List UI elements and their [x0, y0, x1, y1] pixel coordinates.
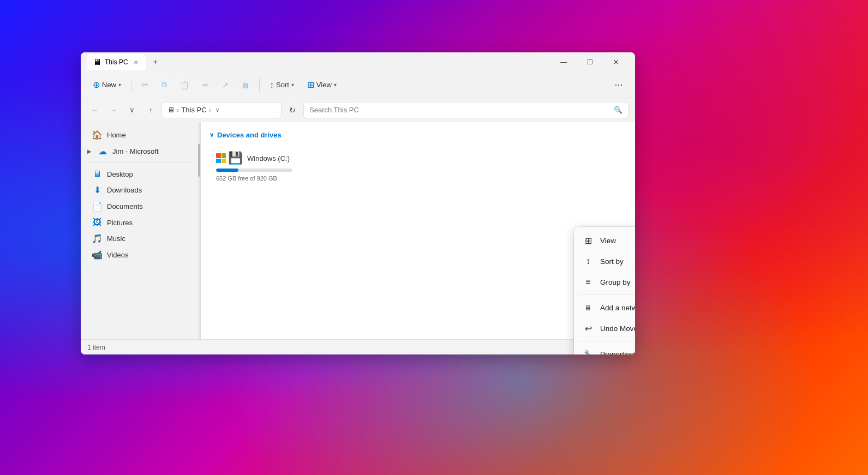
documents-icon: 📄	[92, 201, 103, 212]
rename-icon: ✏	[202, 81, 209, 89]
copy-icon: ⧉	[161, 80, 167, 89]
onedrive-expand-icon: ▶	[87, 148, 92, 154]
maximize-button[interactable]: ☐	[577, 54, 602, 70]
context-menu: ⊞ View › ↕ Sort by › ≡ Group by › 🖥 Add …	[574, 227, 635, 354]
item-count: 1 item	[87, 344, 105, 351]
address-bar: ← → ∨ ↑ 🖥 › This PC › ∨ ↻ 🔍	[81, 98, 635, 122]
more-button[interactable]: ···	[609, 75, 628, 95]
new-dropdown-icon: ▾	[118, 82, 121, 88]
ctx-undo-move[interactable]: ↩ Undo Move Ctrl+Z	[574, 318, 635, 339]
desktop-icon: 🖥	[92, 169, 103, 179]
up-icon: ↑	[149, 106, 153, 114]
path-separator-2: ›	[209, 106, 211, 114]
sidebar-item-pictures[interactable]: 🖼 Pictures 📌	[83, 215, 198, 230]
videos-label: Videos	[107, 251, 129, 259]
sidebar-scrollbar-thumb[interactable]	[198, 144, 200, 177]
drive-progress-fill	[216, 169, 238, 172]
cut-button[interactable]: ✂	[136, 75, 154, 95]
ctx-group-by[interactable]: ≡ Group by ›	[574, 272, 635, 292]
new-tab-button[interactable]: +	[148, 55, 163, 70]
windows-logo-icon	[216, 153, 226, 163]
desktop-label: Desktop	[107, 170, 133, 178]
toolbar-divider-2	[259, 79, 260, 92]
new-button[interactable]: ⊕ New ▾	[87, 75, 127, 95]
this-pc-tab-label: This PC	[105, 58, 128, 66]
drive-space-label: 652 GB free of 920 GB	[216, 175, 301, 182]
sidebar-divider	[87, 163, 194, 163]
videos-icon: 📹	[92, 250, 103, 260]
downloads-icon: ⬇	[92, 185, 103, 195]
toolbar-divider-1	[131, 79, 131, 92]
delete-button[interactable]: 🗑	[236, 75, 255, 95]
status-bar: 1 item ≡ ⊞	[81, 339, 635, 354]
forward-button[interactable]: →	[106, 103, 121, 118]
sidebar-item-home[interactable]: 🏠 Home	[83, 127, 198, 143]
search-input[interactable]	[309, 106, 610, 114]
ctx-view[interactable]: ⊞ View ›	[574, 230, 635, 251]
ctx-add-network[interactable]: 🖥 Add a network location	[574, 297, 635, 318]
home-label: Home	[107, 131, 126, 139]
file-explorer-window: 🖥 This PC ✕ + — ☐ ✕ ⊕ New ▾	[81, 52, 635, 354]
ctx-sort-icon: ↕	[583, 256, 594, 267]
recent-locations-button[interactable]: ∨	[124, 103, 140, 118]
ctx-divider-2	[578, 341, 635, 341]
sort-dropdown-icon: ▾	[291, 82, 294, 88]
content-area: ∨ Devices and drives 💾	[201, 122, 635, 339]
view-button[interactable]: ⊞ View ▾	[302, 75, 342, 95]
search-box[interactable]: 🔍	[303, 102, 628, 118]
sidebar-item-videos[interactable]: 📹 Videos 📌	[83, 247, 198, 263]
this-pc-tab-icon: 🖥	[93, 57, 101, 67]
sort-button[interactable]: ↕ Sort ▾	[264, 75, 300, 95]
ctx-divider-1	[578, 294, 635, 295]
forward-icon: →	[110, 106, 117, 114]
ctx-view-icon: ⊞	[583, 235, 594, 246]
paste-button[interactable]: 📋	[175, 75, 195, 95]
cut-icon: ✂	[141, 80, 148, 90]
rename-button[interactable]: ✏	[197, 75, 214, 95]
documents-label: Documents	[107, 202, 143, 211]
ctx-network-icon: 🖥	[583, 302, 594, 313]
recent-icon: ∨	[129, 106, 135, 114]
tab-close-button[interactable]: ✕	[131, 58, 140, 67]
share-icon: ↗	[222, 81, 229, 89]
address-path[interactable]: 🖥 › This PC › ∨	[161, 102, 282, 118]
sidebar-item-desktop[interactable]: 🖥 Desktop 📌	[83, 166, 198, 182]
hdd-icon: 💾	[228, 151, 243, 165]
ctx-properties-icon: 🔧	[583, 348, 594, 354]
share-button[interactable]: ↗	[217, 75, 234, 95]
downloads-label: Downloads	[107, 186, 142, 194]
devices-section-header[interactable]: ∨ Devices and drives	[209, 131, 626, 139]
refresh-button[interactable]: ↻	[285, 103, 300, 118]
sidebar-scrollbar-track	[198, 122, 200, 339]
ctx-network-label: Add a network location	[600, 304, 635, 312]
ctx-undo-label: Undo Move	[600, 324, 635, 333]
sidebar-item-onedrive[interactable]: ▶ ☁ Jim - Microsoft	[83, 143, 198, 159]
minimize-button[interactable]: —	[551, 54, 576, 70]
title-bar: 🖥 This PC ✕ + — ☐ ✕	[81, 52, 635, 72]
this-pc-tab[interactable]: 🖥 This PC ✕	[87, 54, 146, 70]
refresh-icon: ↻	[289, 106, 296, 115]
tab-area: 🖥 This PC ✕ +	[87, 54, 551, 70]
close-button[interactable]: ✕	[603, 54, 628, 70]
path-label: This PC	[181, 106, 206, 114]
delete-icon: 🗑	[242, 81, 249, 89]
ctx-properties[interactable]: 🔧 Properties Alt+Enter	[574, 344, 635, 354]
music-label: Music	[107, 235, 125, 243]
search-icon: 🔍	[614, 106, 622, 114]
copy-button[interactable]: ⧉	[156, 75, 172, 95]
sidebar-item-downloads[interactable]: ⬇ Downloads 📌	[83, 182, 198, 198]
back-button[interactable]: ←	[87, 103, 103, 118]
ctx-view-label: View	[600, 237, 635, 245]
drive-name: Windows (C:)	[247, 154, 290, 163]
music-icon: 🎵	[92, 233, 103, 244]
path-pc-icon: 🖥	[167, 106, 175, 114]
up-button[interactable]: ↑	[143, 103, 158, 118]
ctx-sort-by[interactable]: ↕ Sort by ›	[574, 251, 635, 272]
sidebar-item-music[interactable]: 🎵 Music 📌	[83, 231, 198, 246]
drive-item-c[interactable]: 💾 Windows (C:) 652 GB free of 920 GB	[209, 146, 308, 187]
sidebar-item-documents[interactable]: 📄 Documents 📌	[83, 199, 198, 214]
onedrive-label: Jim - Microsoft	[112, 147, 159, 155]
sort-label: Sort	[276, 81, 289, 89]
more-icon: ···	[614, 79, 622, 91]
view-icon: ⊞	[307, 80, 314, 90]
